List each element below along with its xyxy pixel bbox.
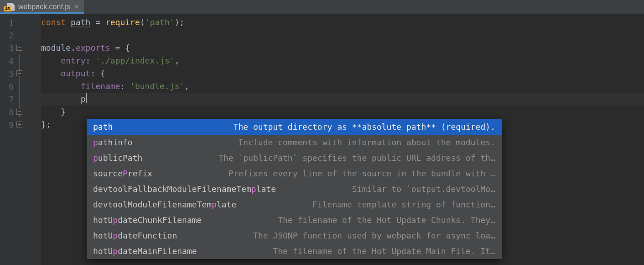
line-number: 5 [0,69,16,79]
gutter: 1 2 3 4 5 6 7 8 9 [0,14,41,265]
line-number: 7 [0,95,16,104]
code-line: entry: './app/index.js', [41,54,644,67]
suggestion-name: devtoolModuleFilenameTemplate [93,198,236,211]
suggestion-name: publicPath [93,152,142,164]
suggestion-name: hotUpdateMainFilename [93,245,197,258]
autocomplete-item[interactable]: pathThe output directory as **absolute p… [87,119,502,135]
file-tab[interactable]: JS webpack.conf.js ✕ [0,0,84,14]
tab-filename: webpack.conf.js [18,3,70,11]
code-line [41,29,644,42]
fold-marker-icon[interactable] [16,122,22,127]
editor: 1 2 3 4 5 6 7 8 9 const path = require('… [0,14,644,265]
code-line: module.exports = { [41,42,644,54]
autocomplete-item[interactable]: hotUpdateChunkFilenameThe filename of th… [87,212,502,228]
line-number: 9 [0,120,16,130]
suggestion-description: Prefixes every line of the source in the… [164,167,495,180]
line-number: 4 [0,56,16,66]
autocomplete-item[interactable]: publicPathThe `publicPath` specifies the… [87,150,502,166]
suggestion-description: The filename of the Hot Update Chunks. T… [213,214,495,227]
close-icon[interactable]: ✕ [74,4,79,10]
fold-marker-icon[interactable] [16,109,22,115]
autocomplete-item[interactable]: hotUpdateMainFilenameThe filename of the… [87,244,502,259]
code-line: output: { [41,67,644,80]
autocomplete-item[interactable]: hotUpdateFunctionThe JSONP function used… [87,228,502,244]
code-line-current: p [41,93,644,106]
suggestion-name: path [93,121,113,133]
suggestion-description: The output directory as **absolute path*… [125,121,495,133]
line-number: 3 [0,43,16,53]
autocomplete-item[interactable]: pathinfoInclude comments with informatio… [87,135,502,150]
suggestion-name: hotUpdateChunkFilename [93,214,202,227]
code-line: const path = require('path'); [41,16,644,29]
autocomplete-popup: pathThe output directory as **absolute p… [87,119,502,259]
code-line: filename: 'bundle.js', [41,80,644,93]
suggestion-description: The `publicPath` specifies the public UR… [154,152,495,164]
code-line: } [41,106,644,118]
suggestion-description: Filename template string of function… [248,198,495,211]
suggestion-name: pathinfo [93,136,133,149]
autocomplete-item[interactable]: devtoolFallbackModuleFilenameTemplateSim… [87,181,502,197]
line-number: 1 [0,18,16,27]
caret-icon [86,93,87,103]
js-file-icon: JS [5,3,15,11]
suggestion-name: devtoolFallbackModuleFilenameTemplate [93,183,276,196]
fold-marker-icon[interactable] [16,45,22,51]
suggestion-name: sourcePrefix [93,167,152,180]
line-number: 2 [0,31,16,40]
suggestion-description: Include comments with information about … [145,136,495,149]
code-area[interactable]: const path = require('path'); module.exp… [41,14,644,265]
suggestion-description: Similar to `output.devtoolMo… [288,183,495,196]
fold-marker-icon[interactable] [16,70,22,76]
suggestion-description: The filename of the Hot Update Main File… [209,245,495,258]
tab-bar: JS webpack.conf.js ✕ [0,0,644,14]
suggestion-name: hotUpdateFunction [93,229,177,242]
autocomplete-item[interactable]: devtoolModuleFilenameTemplateFilename te… [87,197,502,212]
suggestion-description: The JSONP function used by webpack for a… [189,229,495,242]
autocomplete-item[interactable]: sourcePrefixPrefixes every line of the s… [87,166,502,181]
line-number: 8 [0,107,16,117]
line-number: 6 [0,82,16,91]
